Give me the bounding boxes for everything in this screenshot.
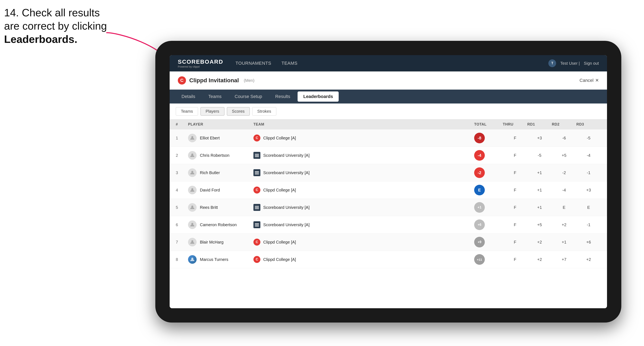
player-cell: Chris Robertson — [188, 151, 254, 160]
player-cell: Blair McHarg — [188, 238, 254, 246]
filter-scores[interactable]: Scores — [227, 107, 250, 116]
player-cell: Cameron Robertson — [188, 220, 254, 229]
player-cell: Rich Butler — [188, 169, 254, 177]
col-team: TEAM — [254, 122, 474, 127]
player-cell: David Ford — [188, 186, 254, 194]
rd2-value: E — [552, 205, 576, 210]
instruction-text: 14. Check all results are correct by cli… — [4, 6, 107, 46]
team-cell: Scoreboard University [A] — [254, 152, 474, 159]
team-logo — [254, 152, 260, 159]
tab-teams[interactable]: Teams — [202, 91, 227, 102]
row-rank: 3 — [176, 171, 188, 175]
rd2-value: -4 — [552, 188, 576, 192]
player-cell: Marcus Turners — [188, 255, 254, 264]
table-row: 6 Cameron Robertson Scoreboard Universit… — [170, 216, 607, 233]
rd3-value: +2 — [576, 257, 601, 262]
score-badge: -2 — [474, 168, 485, 178]
player-cell: Elliot Ebert — [188, 134, 254, 142]
col-thru: THRU — [503, 122, 527, 127]
player-name: Cameron Robertson — [200, 222, 237, 227]
table-row: 1 Elliot Ebert C Clippd College [A] -8 F… — [170, 129, 607, 147]
score-badge: +9 — [474, 237, 485, 247]
tab-leaderboards[interactable]: Leaderboards — [298, 91, 339, 102]
avatar — [188, 151, 196, 160]
logo-text: SCOREBOARD — [178, 59, 223, 65]
rd1-value: -5 — [527, 153, 552, 158]
tournament-logo: C — [178, 76, 186, 85]
team-name: Scoreboard University [A] — [263, 222, 310, 227]
row-rank: 7 — [176, 240, 188, 245]
team-logo: C — [254, 186, 260, 193]
row-rank: 5 — [176, 205, 188, 210]
rd2-value: +7 — [552, 257, 576, 262]
rd1-value: +1 — [527, 205, 552, 210]
tab-course-setup[interactable]: Course Setup — [229, 91, 268, 102]
signout-link[interactable]: Sign out — [584, 61, 599, 66]
rd2-value: +2 — [552, 222, 576, 227]
col-rd2: RD2 — [552, 122, 576, 127]
player-name: Rees Britt — [200, 205, 218, 210]
tablet-frame: SCOREBOARD Powered by clippd TOURNAMENTS… — [155, 41, 621, 323]
tab-details[interactable]: Details — [176, 91, 201, 102]
rd1-value: +1 — [527, 171, 552, 175]
team-cell: C Clippd College [A] — [254, 186, 474, 193]
col-player: PLAYER — [188, 122, 254, 127]
logo-area: SCOREBOARD Powered by clippd — [178, 59, 223, 68]
filter-players[interactable]: Players — [200, 107, 224, 116]
team-logo: C — [254, 239, 260, 246]
row-rank: 2 — [176, 153, 188, 158]
filter-bar: Teams Players Scores Strokes — [170, 104, 607, 119]
filter-teams[interactable]: Teams — [176, 107, 198, 116]
team-cell: Scoreboard University [A] — [254, 169, 474, 176]
team-name: Clippd College [A] — [263, 257, 296, 262]
nav-username: Test User | — [560, 61, 580, 66]
team-logo — [254, 169, 260, 176]
nav-links: TOURNAMENTS TEAMS — [236, 61, 548, 66]
nav-teams[interactable]: TEAMS — [282, 61, 297, 66]
rd3-value: E — [576, 205, 601, 210]
avatar — [188, 238, 196, 246]
avatar — [188, 186, 196, 194]
table-row: 7 Blair McHarg C Clippd College [A] +9 F… — [170, 233, 607, 251]
table-row: 5 Rees Britt Scoreboard University [A] +… — [170, 199, 607, 216]
team-logo: C — [254, 135, 260, 142]
avatar — [188, 220, 196, 229]
tab-results[interactable]: Results — [270, 91, 296, 102]
rd3-value: -4 — [576, 153, 601, 158]
team-name: Scoreboard University [A] — [263, 153, 310, 158]
rd3-value: -1 — [576, 222, 601, 227]
nav-tournaments[interactable]: TOURNAMENTS — [236, 61, 271, 66]
thru-value: F — [503, 188, 527, 192]
team-name: Clippd College [A] — [263, 188, 296, 192]
tournament-header: C Clippd Invitational (Men) Cancel ✕ — [170, 71, 607, 90]
rd2-value: +5 — [552, 153, 576, 158]
player-name: Rich Butler — [200, 171, 220, 175]
table-header: # PLAYER TEAM TOTAL THRU RD1 RD2 RD3 — [170, 119, 607, 129]
col-num: # — [176, 122, 188, 127]
tournament-tag: (Men) — [244, 78, 254, 83]
filter-strokes[interactable]: Strokes — [252, 107, 276, 116]
table-row: 8 Marcus Turners C Clippd College [A] +1… — [170, 251, 607, 268]
thru-value: F — [503, 153, 527, 158]
team-cell: C Clippd College [A] — [254, 135, 474, 142]
player-name: Blair McHarg — [200, 240, 224, 245]
rd3-value: -5 — [576, 136, 601, 141]
avatar — [188, 169, 196, 177]
row-rank: 8 — [176, 257, 188, 262]
leaderboard-table: # PLAYER TEAM TOTAL THRU RD1 RD2 RD3 1 E… — [170, 119, 607, 308]
thru-value: F — [503, 240, 527, 245]
rd2-value: -6 — [552, 136, 576, 141]
player-cell: Rees Britt — [188, 203, 254, 212]
player-name: David Ford — [200, 188, 220, 192]
player-name: Elliot Ebert — [200, 136, 220, 141]
rd1-value: +2 — [527, 240, 552, 245]
team-cell: Scoreboard University [A] — [254, 204, 474, 211]
table-row: 3 Rich Butler Scoreboard University [A] … — [170, 164, 607, 181]
player-name: Marcus Turners — [200, 257, 228, 262]
score-badge: -4 — [474, 150, 485, 161]
player-name: Chris Robertson — [200, 153, 230, 158]
cancel-button[interactable]: Cancel ✕ — [580, 78, 599, 83]
team-logo — [254, 204, 260, 211]
avatar — [188, 255, 196, 264]
rd1-value: +2 — [527, 257, 552, 262]
